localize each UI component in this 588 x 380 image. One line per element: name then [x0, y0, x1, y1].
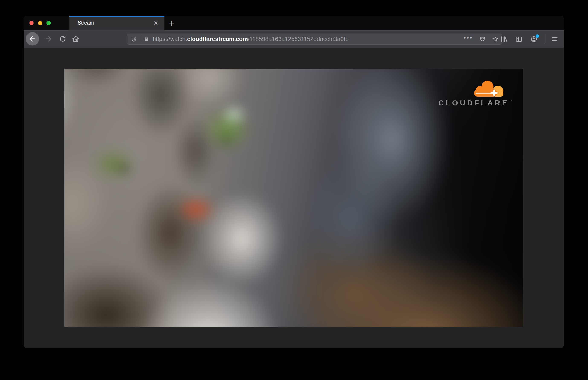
page-actions-menu-icon[interactable]: •••	[464, 38, 473, 40]
window-controls	[29, 16, 51, 30]
toolbar-separator	[544, 34, 544, 44]
cloudflare-text: CLOUDFLARE	[438, 99, 509, 107]
library-button[interactable]	[498, 33, 510, 45]
video-player[interactable]: CLOUDFLARE ™	[64, 69, 523, 327]
video-frame-cat	[64, 69, 523, 327]
cloudflare-wordmark: CLOUDFLARE ™	[438, 99, 512, 107]
tab-close-button[interactable]: ✕	[152, 19, 160, 27]
account-button[interactable]	[528, 33, 540, 45]
lock-icon[interactable]	[143, 36, 150, 42]
navigation-toolbar: https://watch.cloudflarestream.com/11859…	[24, 30, 564, 48]
url-path: /118598a163a125631152ddaccfe3a0fb	[248, 36, 348, 42]
active-tab-indicator	[69, 16, 164, 17]
urlbar-separator	[140, 36, 140, 42]
library-icon	[500, 36, 508, 43]
forward-arrow-icon	[45, 35, 52, 43]
home-icon	[72, 35, 80, 43]
trademark-mark: ™	[509, 99, 512, 102]
desktop-background: { "tab_bar": { "tab": { "title": "Stream…	[0, 0, 588, 380]
url-text: https://watch.cloudflarestream.com/11859…	[153, 36, 459, 42]
cloudflare-watermark: CLOUDFLARE ™	[438, 80, 511, 107]
bookmark-star-icon[interactable]	[492, 36, 499, 42]
back-arrow-icon	[29, 35, 36, 43]
reload-button[interactable]	[56, 32, 69, 45]
tab-bar: Stream ✕ +	[24, 16, 564, 30]
home-button[interactable]	[69, 32, 82, 45]
page-content: CLOUDFLARE ™	[24, 48, 564, 348]
tracking-protection-shield-icon[interactable]	[131, 36, 137, 42]
sidebar-button[interactable]	[513, 33, 525, 45]
sidebar-icon	[515, 36, 522, 43]
minimize-window-button[interactable]	[38, 21, 42, 25]
toolbar-right-cluster	[498, 30, 560, 48]
back-button[interactable]	[26, 32, 39, 45]
forward-button[interactable]	[42, 32, 55, 45]
url-scheme: https://watch.	[153, 36, 187, 42]
page-actions: •••	[464, 36, 499, 42]
hamburger-menu-icon	[551, 36, 558, 43]
cloudflare-cloud-icon	[472, 80, 506, 97]
reload-icon	[59, 35, 67, 43]
account-notification-badge	[536, 34, 539, 38]
new-tab-button[interactable]: +	[165, 18, 178, 29]
tab-title: Stream	[78, 20, 94, 26]
browser-window: Stream ✕ +	[24, 16, 564, 348]
menu-button[interactable]	[549, 33, 560, 45]
tab-stream[interactable]: Stream ✕	[69, 16, 164, 30]
pocket-icon[interactable]	[479, 36, 486, 42]
address-bar[interactable]: https://watch.cloudflarestream.com/11859…	[127, 34, 502, 45]
url-domain: cloudflarestream.com	[187, 36, 248, 42]
close-window-button[interactable]	[29, 21, 34, 25]
zoom-window-button[interactable]	[47, 21, 51, 25]
